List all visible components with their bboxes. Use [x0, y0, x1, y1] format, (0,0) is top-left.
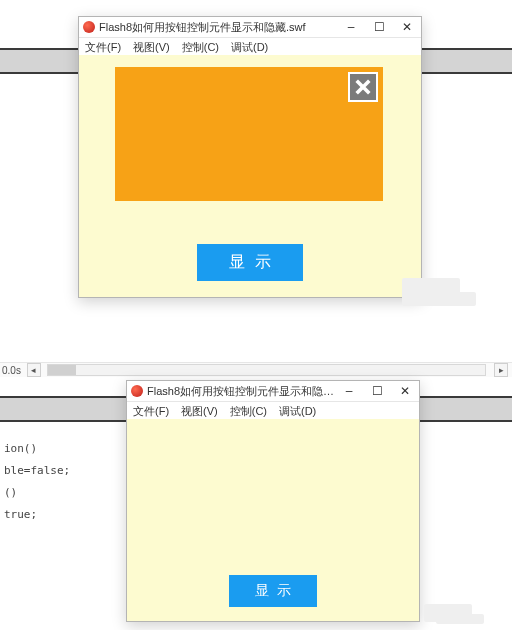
- timeline-scrollbar[interactable]: [47, 364, 486, 376]
- watermark-stub: [436, 614, 484, 624]
- titlebar[interactable]: Flash8如何用按钮控制元件显示和隐藏.swf – ☐ ✕: [127, 381, 419, 402]
- flash-player-window-1: Flash8如何用按钮控制元件显示和隐藏.swf – ☐ ✕ 文件(F) 视图(…: [78, 16, 422, 298]
- menu-view[interactable]: 视图(V): [181, 404, 218, 419]
- code-line: true;: [4, 504, 70, 526]
- flash-player-window-2: Flash8如何用按钮控制元件显示和隐藏.swf – ☐ ✕ 文件(F) 视图(…: [126, 380, 420, 622]
- menu-debug[interactable]: 调试(D): [279, 404, 316, 419]
- menu-control[interactable]: 控制(C): [230, 404, 267, 419]
- orange-panel: [115, 67, 383, 201]
- close-button[interactable]: ✕: [391, 381, 419, 401]
- watermark-stub: [418, 292, 476, 306]
- code-line: ion(): [4, 438, 70, 460]
- panel-close-button[interactable]: [348, 72, 378, 102]
- swf-stage: 显示: [127, 419, 419, 621]
- code-line: ble=false;: [4, 460, 70, 482]
- menu-file[interactable]: 文件(F): [133, 404, 169, 419]
- flash-icon: [83, 21, 95, 33]
- swf-stage: 显示: [79, 55, 421, 297]
- x-icon: [354, 78, 372, 96]
- menu-debug[interactable]: 调试(D): [231, 40, 268, 55]
- scrollbar-thumb[interactable]: [48, 365, 76, 375]
- scroll-left-button[interactable]: ◂: [27, 363, 41, 377]
- actionscript-snippet: ion() ble=false; () true;: [4, 438, 70, 526]
- show-button[interactable]: 显示: [229, 575, 317, 607]
- menu-view[interactable]: 视图(V): [133, 40, 170, 55]
- scroll-right-button[interactable]: ▸: [494, 363, 508, 377]
- close-button[interactable]: ✕: [393, 17, 421, 37]
- show-button[interactable]: 显示: [197, 244, 303, 281]
- timeline-current: 0.0s: [2, 365, 21, 376]
- menu-control[interactable]: 控制(C): [182, 40, 219, 55]
- titlebar[interactable]: Flash8如何用按钮控制元件显示和隐藏.swf – ☐ ✕: [79, 17, 421, 38]
- timeline-strip: 0.0s ◂ ▸: [0, 362, 512, 377]
- window-title: Flash8如何用按钮控制元件显示和隐藏.swf: [147, 384, 335, 399]
- minimize-button[interactable]: –: [337, 17, 365, 37]
- code-line: (): [4, 482, 70, 504]
- minimize-button[interactable]: –: [335, 381, 363, 401]
- flash-icon: [131, 385, 143, 397]
- maximize-button[interactable]: ☐: [365, 17, 393, 37]
- menu-file[interactable]: 文件(F): [85, 40, 121, 55]
- window-title: Flash8如何用按钮控制元件显示和隐藏.swf: [99, 20, 337, 35]
- maximize-button[interactable]: ☐: [363, 381, 391, 401]
